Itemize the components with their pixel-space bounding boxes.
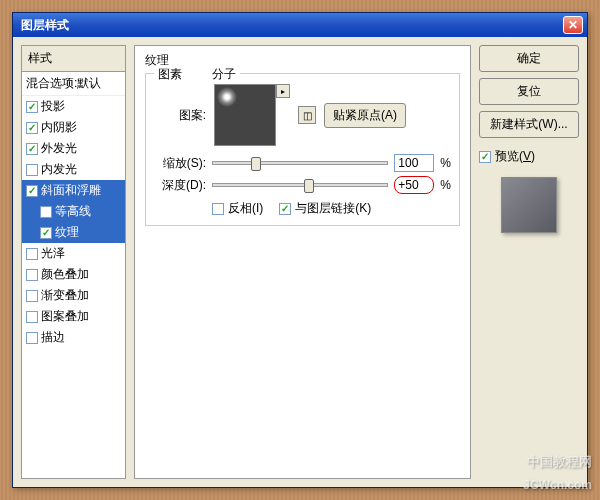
style-item[interactable]: 等高线 <box>22 201 125 222</box>
style-label: 光泽 <box>41 245 65 262</box>
style-item[interactable]: 内阴影 <box>22 117 125 138</box>
style-item[interactable]: 斜面和浮雕 <box>22 180 125 201</box>
style-label: 颜色叠加 <box>41 266 89 283</box>
close-button[interactable]: ✕ <box>563 16 583 34</box>
layer-style-dialog: 图层样式 ✕ 样式 混合选项:默认 投影内阴影外发光内发光斜面和浮雕等高线纹理光… <box>12 12 588 488</box>
pattern-label: 图案: <box>154 107 206 124</box>
preview-checkbox[interactable] <box>479 151 491 163</box>
style-checkbox[interactable] <box>26 290 38 302</box>
scale-unit: % <box>440 156 451 170</box>
style-item[interactable]: 图案叠加 <box>22 306 125 327</box>
preview-checkbox-row[interactable]: 预览(V) <box>479 148 579 165</box>
ok-button[interactable]: 确定 <box>479 45 579 72</box>
style-label: 等高线 <box>55 203 91 220</box>
style-checkbox[interactable] <box>26 185 38 197</box>
style-label: 描边 <box>41 329 65 346</box>
settings-panel: 纹理 图素 分子 图案: ▸ ◫ 贴紧原点(A) 缩放(S): <box>134 45 471 479</box>
scale-slider[interactable] <box>212 161 388 165</box>
fieldset-legend-1: 图素 <box>158 66 182 83</box>
style-label: 内阴影 <box>41 119 77 136</box>
style-label: 内发光 <box>41 161 77 178</box>
style-checkbox[interactable] <box>26 311 38 323</box>
style-checkbox[interactable] <box>26 164 38 176</box>
style-label: 纹理 <box>55 224 79 241</box>
pattern-swatch[interactable] <box>214 84 276 146</box>
style-item[interactable]: 光泽 <box>22 243 125 264</box>
snap-origin-button[interactable]: 贴紧原点(A) <box>324 103 406 128</box>
style-item[interactable]: 纹理 <box>22 222 125 243</box>
style-checkbox[interactable] <box>26 143 38 155</box>
fieldset-legend-2: 分子 <box>212 66 236 83</box>
depth-slider[interactable] <box>212 183 388 187</box>
depth-unit: % <box>440 178 451 192</box>
style-checkbox[interactable] <box>26 101 38 113</box>
new-style-button[interactable]: 新建样式(W)... <box>479 111 579 138</box>
window-title: 图层样式 <box>17 17 563 34</box>
style-label: 外发光 <box>41 140 77 157</box>
style-checkbox[interactable] <box>40 206 52 218</box>
style-label: 投影 <box>41 98 65 115</box>
preview-swatch <box>501 177 557 233</box>
elements-fieldset: 图素 分子 图案: ▸ ◫ 贴紧原点(A) 缩放(S): % <box>145 73 460 226</box>
style-label: 斜面和浮雕 <box>41 182 101 199</box>
style-label: 图案叠加 <box>41 308 89 325</box>
preview-label: 预览(V) <box>495 148 535 165</box>
blend-options[interactable]: 混合选项:默认 <box>22 72 125 96</box>
style-item[interactable]: 内发光 <box>22 159 125 180</box>
link-checkbox[interactable] <box>279 203 291 215</box>
style-checkbox[interactable] <box>26 269 38 281</box>
style-checkbox[interactable] <box>26 248 38 260</box>
link-checkbox-row[interactable]: 与图层链接(K) <box>279 200 371 217</box>
styles-header: 样式 <box>22 46 125 72</box>
invert-label: 反相(I) <box>228 200 263 217</box>
scale-input[interactable] <box>394 154 434 172</box>
style-checkbox[interactable] <box>40 227 52 239</box>
action-panel: 确定 复位 新建样式(W)... 预览(V) <box>479 45 579 479</box>
style-item[interactable]: 投影 <box>22 96 125 117</box>
style-item[interactable]: 渐变叠加 <box>22 285 125 306</box>
cancel-button[interactable]: 复位 <box>479 78 579 105</box>
style-item[interactable]: 颜色叠加 <box>22 264 125 285</box>
link-label: 与图层链接(K) <box>295 200 371 217</box>
titlebar[interactable]: 图层样式 ✕ <box>13 13 587 37</box>
watermark: 中国教程网 JCWcn.com <box>523 453 592 494</box>
style-checkbox[interactable] <box>26 332 38 344</box>
style-checkbox[interactable] <box>26 122 38 134</box>
invert-checkbox[interactable] <box>212 203 224 215</box>
depth-input[interactable] <box>394 176 434 194</box>
invert-checkbox-row[interactable]: 反相(I) <box>212 200 263 217</box>
snap-origin-icon[interactable]: ◫ <box>298 106 316 124</box>
pattern-dropdown-icon[interactable]: ▸ <box>276 84 290 98</box>
style-item[interactable]: 外发光 <box>22 138 125 159</box>
styles-list: 样式 混合选项:默认 投影内阴影外发光内发光斜面和浮雕等高线纹理光泽颜色叠加渐变… <box>21 45 126 479</box>
scale-label: 缩放(S): <box>154 155 206 172</box>
style-label: 渐变叠加 <box>41 287 89 304</box>
depth-label: 深度(D): <box>154 177 206 194</box>
style-item[interactable]: 描边 <box>22 327 125 348</box>
